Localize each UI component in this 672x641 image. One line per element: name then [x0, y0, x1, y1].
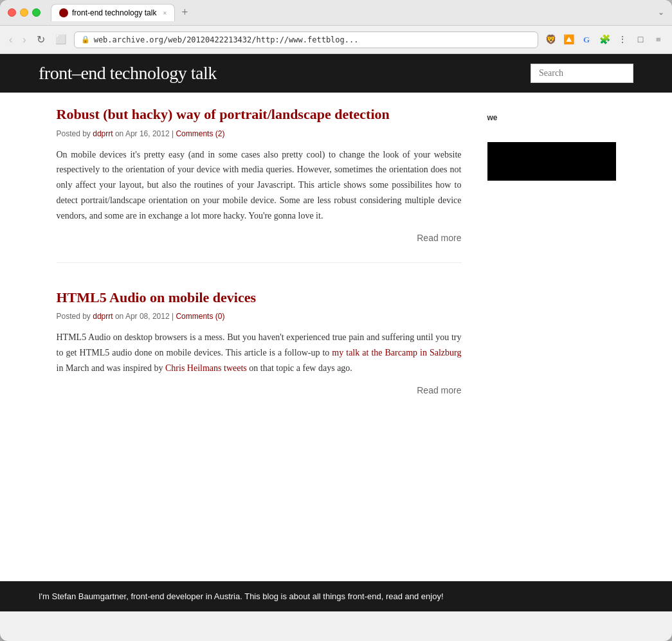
read-more-anchor[interactable]: Read more	[417, 385, 461, 395]
excerpt-link2[interactable]: Chris Heilmans tweets	[165, 363, 247, 373]
refresh-button[interactable]: ↻	[34, 31, 48, 48]
close-button[interactable]	[8, 8, 16, 17]
read-more-anchor[interactable]: Read more	[417, 233, 461, 243]
new-tab-button[interactable]: +	[177, 5, 192, 21]
excerpt-link1[interactable]: my talk at the Barcamp in Salzburg	[332, 348, 461, 357]
post-excerpt: HTML5 Audio on desktop browsers is a mes…	[57, 330, 462, 375]
post-meta: Posted by ddprrt on Apr 08, 2012 | Comme…	[57, 312, 462, 321]
menu-icon[interactable]: ≡	[651, 33, 666, 47]
browser-window: front-end technology talk × + ⌄ ‹ › ↻ ⬜ …	[0, 0, 672, 641]
playlist-icon[interactable]: ⋮	[615, 33, 630, 47]
sidebar-widget	[487, 142, 616, 181]
lock-icon: 🔒	[81, 35, 90, 44]
browser-titlebar: front-end technology talk × + ⌄	[0, 0, 672, 26]
site-footer: I'm Stefan Baumgartner, front-end develo…	[0, 581, 672, 611]
google-icon[interactable]: G	[579, 33, 594, 47]
site-title: front–end technology talk	[39, 63, 217, 84]
post-date: Apr 08, 2012	[125, 312, 170, 321]
post-title: Robust (but hacky) way of portrait/lands…	[57, 105, 462, 124]
tab-more-button[interactable]: ⌄	[658, 8, 664, 17]
post-author-link[interactable]: ddprrt	[93, 129, 113, 138]
browser-toolbar-icons: 🦁 🔼 G 🧩 ⋮ □ ≡	[543, 33, 666, 47]
sidebar-label: we	[487, 113, 498, 122]
post-excerpt: On mobile devices it's pretty easy (and …	[57, 147, 462, 224]
search-input[interactable]	[531, 64, 633, 83]
main-content: Robust (but hacky) way of portrait/lands…	[57, 105, 462, 440]
url-bar[interactable]: 🔒 web.archive.org/web/20120422213432/htt…	[74, 32, 538, 48]
footer-text: I'm Stefan Baumgartner, front-end develo…	[39, 591, 444, 601]
excerpt-middle: in March and was inspired by	[57, 363, 166, 373]
minimize-button[interactable]	[20, 8, 28, 17]
post-comments-link[interactable]: Comments (2)	[176, 129, 224, 138]
back-button[interactable]: ‹	[6, 32, 15, 48]
brave-icon[interactable]: 🦁	[543, 33, 558, 47]
post-author-link[interactable]: ddprrt	[93, 312, 113, 321]
post-title-link[interactable]: Robust (but hacky) way of portrait/lands…	[57, 106, 390, 122]
excerpt-after: on that topic a few days ago.	[247, 363, 352, 373]
forward-button[interactable]: ›	[20, 32, 28, 48]
tab-title: front-end technology talk	[72, 8, 156, 17]
traffic-lights	[8, 8, 41, 17]
site-wrapper: front–end technology talk Robust (but ha…	[0, 54, 672, 581]
sidebar: we	[487, 105, 616, 440]
post-title-link[interactable]: HTML5 Audio on mobile devices	[57, 289, 256, 305]
read-more-link: Read more	[57, 385, 462, 395]
tab-close-button[interactable]: ×	[163, 10, 167, 17]
active-tab[interactable]: front-end technology talk ×	[51, 4, 175, 21]
bookmark-button[interactable]: ⬜	[53, 32, 69, 48]
maximize-button[interactable]	[32, 8, 41, 17]
post-item: HTML5 Audio on mobile devices Posted by …	[57, 289, 462, 415]
metamask-icon[interactable]: 🔼	[561, 33, 576, 47]
site-header: front–end technology talk	[0, 54, 672, 93]
browser-toolbar: ‹ › ↻ ⬜ 🔒 web.archive.org/web/2012042221…	[0, 26, 672, 54]
post-comments-link[interactable]: Comments (0)	[176, 312, 224, 321]
post-meta: Posted by ddprrt on Apr 16, 2012 | Comme…	[57, 129, 462, 138]
browser-tabs: front-end technology talk × +	[51, 4, 653, 21]
wallet-icon[interactable]: □	[633, 33, 648, 47]
post-date: Apr 16, 2012	[125, 129, 170, 138]
tab-favicon	[59, 8, 68, 17]
post-item: Robust (but hacky) way of portrait/lands…	[57, 105, 462, 263]
extensions-icon[interactable]: 🧩	[597, 33, 612, 47]
post-title: HTML5 Audio on mobile devices	[57, 289, 462, 307]
site-content: Robust (but hacky) way of portrait/lands…	[18, 93, 655, 453]
url-text: web.archive.org/web/20120422213432/http:…	[94, 35, 359, 44]
read-more-link: Read more	[57, 233, 462, 243]
